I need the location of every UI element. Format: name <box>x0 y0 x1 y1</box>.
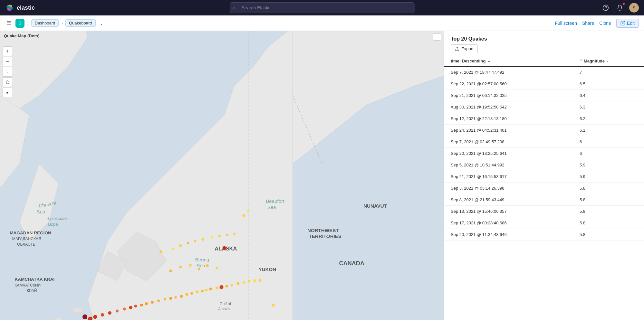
svg-point-62 <box>201 290 204 292</box>
row-magnitude: 6.4 <box>580 93 638 98</box>
breadcrumb-separator-2: › <box>61 21 63 26</box>
zoom-out-button[interactable]: − <box>3 57 12 66</box>
select-tool-button[interactable]: ⋱ <box>3 67 12 77</box>
map-options-button[interactable]: ⋯ <box>433 33 441 41</box>
svg-text:KAMCHATKA KRAI: KAMCHATKA KRAI <box>14 277 54 282</box>
export-icon <box>455 47 459 51</box>
edit-label: Edit <box>627 21 635 26</box>
sort-desc-icon: ⌄ <box>487 59 490 63</box>
svg-point-54 <box>157 299 160 302</box>
breadcrumb-dashboard[interactable]: Dashboard <box>31 19 59 27</box>
menu-toggle-button[interactable]: ☰ <box>5 18 13 28</box>
table-row[interactable]: Sep 17, 2021 @ 03:28:40.686 5.8 <box>444 217 644 229</box>
table-panel: Top 20 Quakes Export time: Descending ⌄ … <box>444 31 644 320</box>
svg-text:YUKON: YUKON <box>259 267 276 272</box>
table-row[interactable]: Sep 22, 2021 @ 02:57:08.560 6.5 <box>444 78 644 90</box>
svg-point-75 <box>179 266 182 268</box>
row-magnitude: 5.9 <box>580 174 638 179</box>
search-input[interactable] <box>230 2 414 13</box>
row-magnitude: 7 <box>580 70 638 75</box>
svg-point-50 <box>134 305 137 307</box>
svg-point-57 <box>174 296 177 299</box>
column-header-magnitude[interactable]: ⌃ Magnitude ⌄ <box>580 59 638 63</box>
svg-point-77 <box>198 268 200 270</box>
svg-point-44 <box>93 315 97 319</box>
svg-text:MAGADAN REGION: MAGADAN REGION <box>10 231 51 235</box>
rectangle-tool-button[interactable]: ■ <box>3 88 12 97</box>
edit-icon <box>620 21 625 25</box>
notifications-icon[interactable] <box>615 3 625 13</box>
svg-point-76 <box>189 264 192 267</box>
svg-point-65 <box>216 287 218 289</box>
svg-point-91 <box>247 210 250 212</box>
svg-text:Beaufort: Beaufort <box>266 198 284 204</box>
table-header: time: Descending ⌄ ⌃ Magnitude ⌄ <box>444 56 644 67</box>
row-time: Sep 12, 2021 @ 22:18:13.180 <box>451 116 580 121</box>
map-panel: Quake Map (Dots) ⋯ + − ⋱ ⬠ ■ <box>0 31 444 320</box>
breadcrumb-actions: Full screen Share Clone Edit <box>555 19 639 28</box>
svg-point-55 <box>164 298 166 301</box>
edit-button[interactable]: Edit <box>616 19 639 28</box>
svg-text:Чукотское: Чукотское <box>46 216 67 221</box>
row-time: Sep 21, 2021 @ 06:14:32.025 <box>451 93 580 98</box>
sort-asc-icon: ⌃ <box>580 59 582 63</box>
zoom-in-button[interactable]: + <box>3 46 12 56</box>
export-button[interactable]: Export <box>451 44 478 53</box>
svg-point-64 <box>209 287 212 290</box>
svg-point-51 <box>140 304 143 306</box>
table-row[interactable]: Sep 8, 2021 @ 21:59:43.449 5.8 <box>444 194 644 206</box>
svg-text:Sea: Sea <box>267 204 276 210</box>
table-row[interactable]: Sep 3, 2021 @ 03:14:26.398 5.8 <box>444 183 644 194</box>
table-row[interactable]: Aug 30, 2021 @ 19:52:50.542 6.3 <box>444 101 644 113</box>
svg-point-46 <box>108 311 111 315</box>
row-time: Sep 8, 2021 @ 21:59:43.449 <box>451 197 580 202</box>
table-row[interactable]: Sep 21, 2021 @ 16:15:53.617 5.9 <box>444 171 644 183</box>
elastic-logo[interactable]: elastic <box>5 3 35 12</box>
table-row[interactable]: Sep 20, 2021 @ 13:25:25.641 6 <box>444 148 644 159</box>
export-label: Export <box>461 46 474 51</box>
svg-point-61 <box>196 290 198 293</box>
svg-text:Gulf of: Gulf of <box>219 302 231 306</box>
svg-point-48 <box>123 307 126 310</box>
row-magnitude: 5.8 <box>580 209 638 214</box>
svg-point-86 <box>211 236 214 239</box>
svg-point-70 <box>243 281 245 284</box>
row-magnitude: 6 <box>580 151 638 156</box>
row-time: Sep 20, 2021 @ 13:25:25.641 <box>451 151 580 156</box>
magnitude-col-label: Magnitude <box>584 59 605 63</box>
svg-point-71 <box>248 280 250 283</box>
table-row[interactable]: Sep 12, 2021 @ 22:18:13.180 6.2 <box>444 113 644 125</box>
breadcrumb-quakeboard[interactable]: Quakeboard <box>65 19 96 27</box>
svg-point-53 <box>151 301 154 304</box>
table-row[interactable]: Sep 21, 2021 @ 06:14:32.025 6.4 <box>444 90 644 101</box>
svg-point-66 <box>219 285 223 289</box>
svg-point-67 <box>226 285 228 287</box>
column-header-time[interactable]: time: Descending ⌄ <box>451 59 580 63</box>
user-avatar[interactable]: S <box>629 3 639 13</box>
row-time: Sep 7, 2021 @ 02:49:57.208 <box>451 139 580 144</box>
table-row[interactable]: Sep 7, 2021 @ 02:49:57.208 6 <box>444 136 644 148</box>
table-row[interactable]: Sep 13, 2021 @ 15:46:06.357 5.8 <box>444 206 644 217</box>
svg-point-4 <box>6 5 10 8</box>
table-row[interactable]: Sep 5, 2021 @ 10:51:44.992 5.9 <box>444 159 644 171</box>
full-screen-button[interactable]: Full screen <box>555 21 577 26</box>
table-row[interactable]: Sep 20, 2021 @ 11:34:48.646 5.8 <box>444 229 644 240</box>
svg-point-78 <box>206 264 209 267</box>
row-time: Sep 17, 2021 @ 03:28:40.686 <box>451 221 580 225</box>
svg-point-81 <box>172 248 175 250</box>
row-time: Sep 20, 2021 @ 11:34:48.646 <box>451 232 580 237</box>
polygon-tool-button[interactable]: ⬠ <box>3 77 12 87</box>
share-button[interactable]: Share <box>582 21 594 26</box>
clone-button[interactable]: Clone <box>599 21 611 26</box>
svg-point-82 <box>179 244 182 247</box>
row-magnitude: 5.8 <box>580 221 638 225</box>
table-row[interactable]: Sep 7, 2021 @ 18:47:47.492 7 <box>444 67 644 78</box>
svg-text:Sea: Sea <box>37 209 46 214</box>
row-time: Sep 3, 2021 @ 03:14:26.398 <box>451 186 580 191</box>
table-row[interactable]: Sep 24, 2021 @ 04:52:31.401 6.1 <box>444 125 644 136</box>
row-magnitude: 6 <box>580 139 638 144</box>
breadcrumb-chevron-icon[interactable]: ⌄ <box>98 19 105 27</box>
row-magnitude: 6.5 <box>580 81 638 86</box>
row-magnitude: 5.8 <box>580 186 638 191</box>
help-icon[interactable] <box>601 3 610 13</box>
